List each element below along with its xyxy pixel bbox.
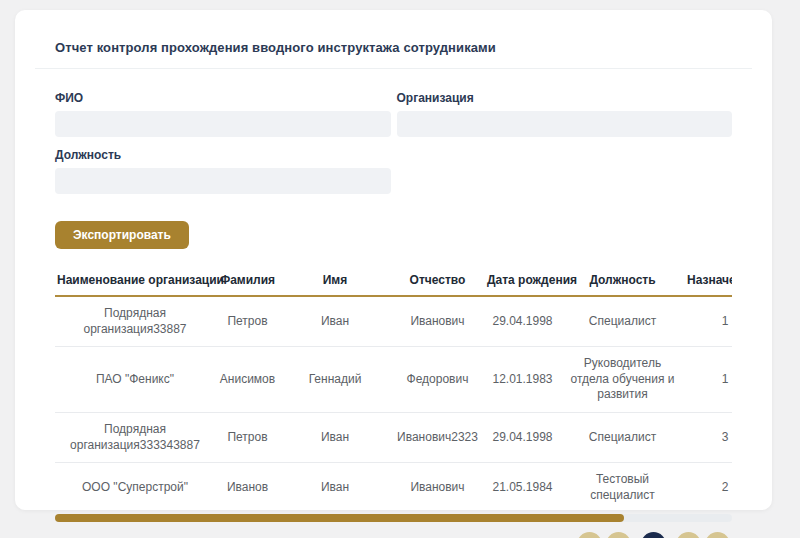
filters-form: ФИО Организация Должность <box>55 91 732 194</box>
cell-patronymic: Иванович <box>390 296 485 347</box>
cell-position: Тестовый специалист <box>560 463 685 513</box>
cell-position: Специалист <box>560 412 685 462</box>
cell-assigned-courses: 1 <box>685 347 732 413</box>
cell-firstname: Иван <box>280 296 390 347</box>
cell-organization: ПАО "Феникс" <box>55 347 215 413</box>
position-label: Должность <box>55 148 391 162</box>
cell-lastname: Анисимов <box>215 347 280 413</box>
report-table: Наименование организации Фамилия Имя Отч… <box>55 269 732 512</box>
horizontal-scrollbar-thumb[interactable] <box>55 514 624 522</box>
cell-patronymic: Иванович <box>390 463 485 513</box>
col-header-organization: Наименование организации <box>55 269 215 296</box>
cell-lastname: Петров <box>215 296 280 347</box>
cell-birthdate: 12.01.1983 <box>485 347 560 413</box>
table-row: ООО "Суперстрой" Иванов Иван Иванович 21… <box>55 463 732 513</box>
cell-birthdate: 29.04.1998 <box>485 296 560 347</box>
export-button[interactable]: Экспортировать <box>55 221 189 249</box>
pagination-current-page[interactable]: 1 <box>641 532 666 538</box>
fio-label: ФИО <box>55 91 391 105</box>
table-row: Подрядная организация33887 Петров Иван И… <box>55 296 732 347</box>
col-header-birthdate: Дата рождения <box>485 269 560 296</box>
cell-assigned-courses: 2 <box>685 463 732 513</box>
table-row: Подрядная организация333343887 Петров Ив… <box>55 412 732 462</box>
pagination-next-button[interactable]: > <box>676 532 701 538</box>
organization-label: Организация <box>397 91 733 105</box>
table-row: ПАО "Феникс" Анисимов Геннадий Федорович… <box>55 347 732 413</box>
col-header-position: Должность <box>560 269 685 296</box>
cell-firstname: Иван <box>280 412 390 462</box>
report-table-viewport: Наименование организации Фамилия Имя Отч… <box>55 269 732 512</box>
filter-organization: Организация <box>397 91 733 137</box>
cell-lastname: Петров <box>215 412 280 462</box>
col-header-assigned-courses: Назначено курсов <box>685 269 732 296</box>
page: { "report": { "title": "Отчет контроля п… <box>0 0 800 538</box>
col-header-lastname: Фамилия <box>215 269 280 296</box>
cell-patronymic: Федорович <box>390 347 485 413</box>
cell-assigned-courses: 3 <box>685 412 732 462</box>
report-body: ФИО Организация Должность Экспортировать <box>15 69 772 538</box>
cell-patronymic: Иванович2323 <box>390 412 485 462</box>
cell-birthdate: 29.04.1998 <box>485 412 560 462</box>
cell-birthdate: 21.05.1984 <box>485 463 560 513</box>
position-input[interactable] <box>55 168 391 194</box>
cell-position: Руководитель отдела обучения и развития <box>560 347 685 413</box>
report-header: Отчет контроля прохождения вводного инст… <box>35 10 752 69</box>
cell-firstname: Иван <box>280 463 390 513</box>
table-header-row: Наименование организации Фамилия Имя Отч… <box>55 269 732 296</box>
pagination-last-button[interactable]: » <box>705 532 730 538</box>
horizontal-scrollbar-track[interactable] <box>55 514 732 522</box>
page-title: Отчет контроля прохождения вводного инст… <box>55 40 732 55</box>
pagination: « < 1 > » <box>55 532 732 538</box>
cell-assigned-courses: 1 <box>685 296 732 347</box>
filter-position: Должность <box>55 148 391 194</box>
pagination-first-button[interactable]: « <box>577 532 602 538</box>
fio-input[interactable] <box>55 111 391 137</box>
cell-firstname: Геннадий <box>280 347 390 413</box>
col-header-firstname: Имя <box>280 269 390 296</box>
cell-lastname: Иванов <box>215 463 280 513</box>
cell-position: Специалист <box>560 296 685 347</box>
cell-organization: ООО "Суперстрой" <box>55 463 215 513</box>
report-card: Отчет контроля прохождения вводного инст… <box>15 10 772 510</box>
cell-organization: Подрядная организация33887 <box>55 296 215 347</box>
cell-organization: Подрядная организация333343887 <box>55 412 215 462</box>
pagination-prev-button[interactable]: < <box>606 532 631 538</box>
col-header-patronymic: Отчество <box>390 269 485 296</box>
organization-input[interactable] <box>397 111 733 137</box>
filter-fio: ФИО <box>55 91 391 137</box>
